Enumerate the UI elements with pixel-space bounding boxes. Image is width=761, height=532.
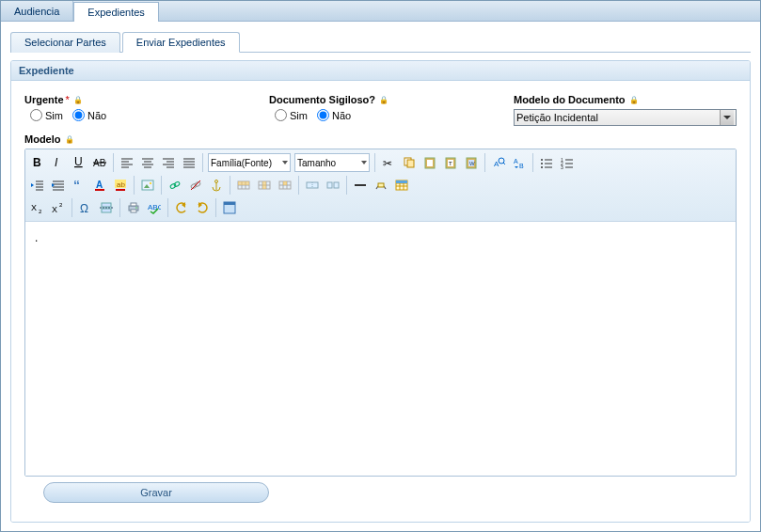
paste-word-button[interactable]: W bbox=[461, 152, 482, 173]
font-size-select[interactable]: Tamanho bbox=[294, 153, 370, 172]
svg-text:ABC: ABC bbox=[148, 203, 161, 211]
lock-icon: 🔒 bbox=[73, 96, 83, 104]
svg-rect-101 bbox=[396, 180, 407, 183]
svg-rect-79 bbox=[238, 181, 249, 185]
split-cells-button[interactable] bbox=[323, 175, 343, 196]
svg-rect-108 bbox=[102, 209, 111, 212]
subscript-button[interactable]: X2 bbox=[27, 197, 48, 218]
align-right-button[interactable] bbox=[158, 152, 179, 173]
svg-point-37 bbox=[541, 159, 543, 161]
spellcheck-button[interactable]: ABC bbox=[144, 197, 165, 218]
table-cell-button[interactable] bbox=[275, 175, 295, 196]
modelodoc-select[interactable]: Petição Incidental bbox=[514, 109, 737, 126]
svg-text:“: “ bbox=[73, 179, 80, 192]
underline-button[interactable]: U bbox=[69, 152, 89, 173]
align-justify-button[interactable] bbox=[179, 152, 199, 173]
svg-point-67 bbox=[150, 182, 151, 184]
lock-icon: 🔒 bbox=[379, 96, 388, 104]
table-col-button[interactable] bbox=[254, 175, 275, 196]
svg-rect-112 bbox=[131, 210, 136, 212]
numbered-list-button[interactable]: 123 bbox=[557, 152, 578, 173]
svg-line-34 bbox=[503, 163, 505, 164]
urgente-label: Urgente * 🔒 bbox=[24, 94, 231, 105]
tab-audiencia[interactable]: Audiencia bbox=[1, 1, 73, 21]
undo-button[interactable] bbox=[171, 197, 192, 218]
subtab-selecionar-partes[interactable]: Selecionar Partes bbox=[10, 32, 120, 53]
svg-rect-118 bbox=[224, 202, 235, 205]
urgente-sim-radio[interactable]: Sim bbox=[30, 109, 63, 121]
italic-button[interactable]: I bbox=[48, 152, 69, 173]
svg-text:W: W bbox=[469, 161, 475, 166]
sigiloso-nao-radio[interactable]: Não bbox=[317, 109, 351, 121]
table-button[interactable] bbox=[391, 175, 412, 196]
chevron-down-icon bbox=[720, 110, 734, 125]
anchor-button[interactable] bbox=[206, 175, 227, 196]
svg-text:2: 2 bbox=[39, 209, 42, 214]
cut-button[interactable]: ✂ bbox=[378, 152, 399, 173]
svg-rect-89 bbox=[283, 181, 287, 185]
urgente-nao-radio[interactable]: Não bbox=[72, 109, 106, 121]
rich-text-editor: B I U ABC Família(Fonte) bbox=[24, 149, 737, 477]
svg-point-69 bbox=[173, 181, 180, 187]
svg-text:A: A bbox=[96, 180, 103, 190]
paste-button[interactable] bbox=[420, 152, 440, 173]
svg-rect-65 bbox=[142, 180, 153, 190]
image-button[interactable] bbox=[137, 175, 158, 196]
remove-format-button[interactable] bbox=[371, 175, 391, 196]
svg-text:T: T bbox=[449, 161, 452, 166]
svg-rect-107 bbox=[102, 203, 111, 207]
strike-button[interactable]: ABC bbox=[89, 152, 110, 173]
svg-text:ab: ab bbox=[117, 180, 125, 189]
blockquote-button[interactable]: “ bbox=[69, 175, 89, 196]
indent-button[interactable] bbox=[48, 175, 69, 196]
svg-rect-64 bbox=[116, 189, 125, 191]
svg-text:X: X bbox=[31, 203, 37, 212]
urgente-radio-group: Sim Não bbox=[24, 109, 231, 121]
lock-icon: 🔒 bbox=[629, 96, 639, 104]
redo-button[interactable] bbox=[192, 197, 213, 218]
svg-text:I: I bbox=[55, 156, 58, 169]
bulleted-list-button[interactable] bbox=[536, 152, 557, 173]
paste-text-button[interactable]: T bbox=[440, 152, 461, 173]
highlight-button[interactable]: ab bbox=[110, 175, 131, 196]
svg-text:✂: ✂ bbox=[383, 157, 392, 169]
panel-title: Expediente bbox=[11, 61, 750, 81]
hr-button[interactable] bbox=[350, 175, 371, 196]
find-button[interactable]: A bbox=[488, 152, 509, 173]
svg-text:A: A bbox=[514, 158, 518, 164]
superscript-button[interactable]: X2 bbox=[48, 197, 69, 218]
svg-marker-53 bbox=[31, 183, 34, 187]
align-center-button[interactable] bbox=[137, 152, 158, 173]
svg-text:2: 2 bbox=[59, 202, 63, 208]
svg-text:3: 3 bbox=[561, 164, 563, 169]
unlink-button[interactable] bbox=[185, 175, 206, 196]
svg-point-39 bbox=[541, 163, 543, 164]
sigiloso-sim-radio[interactable]: Sim bbox=[275, 109, 308, 121]
svg-rect-84 bbox=[262, 181, 266, 189]
svg-rect-92 bbox=[327, 182, 332, 188]
font-family-select[interactable]: Família(Fonte) bbox=[208, 153, 291, 172]
merge-cells-button[interactable] bbox=[302, 175, 323, 196]
align-left-button[interactable] bbox=[117, 152, 137, 173]
copy-button[interactable] bbox=[399, 152, 420, 173]
fullscreen-button[interactable] bbox=[219, 197, 240, 218]
subtab-enviar-expedientes[interactable]: Enviar Expedientes bbox=[122, 32, 240, 53]
editor-textarea[interactable]: . bbox=[25, 222, 736, 476]
svg-point-71 bbox=[194, 181, 200, 187]
special-char-button[interactable]: Ω bbox=[75, 197, 96, 218]
bold-button[interactable]: B bbox=[27, 152, 48, 173]
outdent-button[interactable] bbox=[27, 175, 48, 196]
svg-text:X: X bbox=[52, 205, 57, 214]
link-button[interactable] bbox=[165, 175, 185, 196]
tab-expedientes[interactable]: Expedientes bbox=[73, 2, 159, 22]
replace-button[interactable]: AB bbox=[509, 152, 530, 173]
svg-rect-61 bbox=[95, 189, 104, 191]
print-button[interactable] bbox=[123, 197, 144, 218]
text-color-button[interactable]: A bbox=[89, 175, 110, 196]
page-break-button[interactable] bbox=[96, 197, 117, 218]
svg-rect-111 bbox=[131, 203, 136, 206]
save-button[interactable]: Gravar bbox=[43, 482, 269, 503]
svg-rect-25 bbox=[427, 160, 433, 166]
table-row-button[interactable] bbox=[233, 175, 254, 196]
lock-icon: 🔒 bbox=[65, 135, 74, 144]
